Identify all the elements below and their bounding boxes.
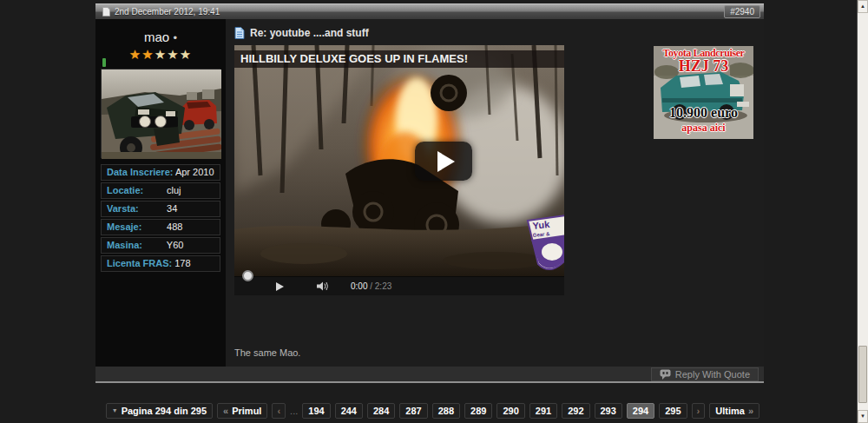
video-control-bar: 0:00 / 2:23 bbox=[234, 276, 564, 295]
info-value: 488 bbox=[167, 221, 182, 232]
video-title-overlay[interactable]: HILLBILLY DELUXE GOES UP IN FLAMES! bbox=[234, 50, 564, 68]
page-button[interactable]: 284 bbox=[367, 403, 395, 419]
page-button[interactable]: 292 bbox=[562, 403, 589, 419]
chevron-down-icon: ▼ bbox=[112, 405, 118, 417]
post-title: Re: youtube ....and stuff bbox=[250, 27, 369, 39]
post-number-link[interactable]: #2940 bbox=[724, 5, 760, 18]
play-icon[interactable] bbox=[276, 282, 284, 291]
ad-price: 10.900 euro bbox=[654, 105, 753, 121]
play-triangle-icon bbox=[437, 151, 455, 172]
info-value: 34 bbox=[167, 203, 177, 214]
info-value: Apr 2010 bbox=[175, 167, 214, 177]
star-icon: ★ bbox=[141, 47, 154, 62]
reputation-stars: ★★★★★ bbox=[95, 47, 226, 62]
info-row: Varsta: 34 bbox=[101, 201, 220, 217]
user-info-table: Data Inscriere: Apr 2010 Locatie: cluj V… bbox=[101, 164, 220, 272]
post-body-text: The same Mao. bbox=[234, 347, 300, 358]
info-label: Masina: bbox=[107, 240, 164, 251]
avatar-photo bbox=[102, 69, 221, 159]
prev-page-button[interactable]: ‹ bbox=[272, 403, 286, 419]
author-panel: mao • ★★★★★ bbox=[95, 19, 226, 367]
ad-title-line2: HZJ 73 bbox=[654, 57, 753, 76]
page-info-label: Pagina 294 din 295 bbox=[122, 405, 207, 417]
up-arrow-icon: ▲ bbox=[860, 3, 865, 9]
page-button[interactable]: 287 bbox=[399, 403, 427, 419]
forum-post: 2nd December 2012, 19:41 #2940 mao • ★★★… bbox=[95, 3, 764, 383]
page-button[interactable]: 244 bbox=[335, 403, 363, 419]
page-button[interactable]: 194 bbox=[302, 403, 330, 419]
star-icon: ★ bbox=[155, 47, 167, 62]
youtube-video-player[interactable]: Yuk Gear & HILLBILLY DELUXE GOES UP IN F… bbox=[234, 45, 564, 295]
star-icon: ★ bbox=[167, 47, 179, 62]
online-status-icon bbox=[102, 58, 106, 67]
page-button[interactable]: 288 bbox=[432, 403, 460, 419]
scrollbar-thumb[interactable] bbox=[858, 346, 867, 403]
pagination-bar: ▼ Pagina 294 din 295 « Primul ‹ ... 194 … bbox=[106, 403, 760, 419]
post-date: 2nd December 2012, 19:41 bbox=[115, 7, 220, 17]
info-label: Varsta: bbox=[107, 203, 164, 215]
info-row: Locatie: cluj bbox=[101, 182, 220, 199]
first-page-label: Primul bbox=[232, 405, 261, 417]
star-icon: ★ bbox=[129, 47, 141, 62]
info-label: Mesaje: bbox=[107, 221, 164, 233]
reply-with-quote-label: Reply With Quote bbox=[675, 369, 750, 380]
author-name-row: mao • bbox=[95, 30, 226, 44]
down-arrow-icon: ▼ bbox=[860, 413, 865, 419]
info-row: Data Inscriere: Apr 2010 bbox=[101, 164, 220, 181]
info-value: Y60 bbox=[167, 240, 184, 250]
svg-text:Yuk: Yuk bbox=[532, 219, 551, 231]
post-icon bbox=[234, 27, 245, 39]
author-avatar[interactable] bbox=[101, 69, 220, 158]
last-page-button[interactable]: Ultima » bbox=[709, 403, 760, 419]
info-label: Data Inscriere: bbox=[107, 167, 173, 178]
next-page-button[interactable]: › bbox=[692, 403, 706, 419]
reply-with-quote-button[interactable]: Reply With Quote bbox=[651, 367, 759, 381]
post-title-row: Re: youtube ....and stuff bbox=[234, 27, 369, 39]
page-button[interactable]: 295 bbox=[659, 403, 687, 419]
page-button[interactable]: 289 bbox=[464, 403, 492, 419]
duration: 2:23 bbox=[375, 281, 391, 291]
star-icon: ★ bbox=[180, 47, 192, 62]
post-header-bar: 2nd December 2012, 19:41 #2940 bbox=[95, 3, 764, 19]
first-page-button[interactable]: « Primul bbox=[217, 403, 267, 419]
info-value: 178 bbox=[174, 258, 190, 268]
post-footer-bar: Reply With Quote bbox=[95, 367, 764, 383]
ad-banner[interactable]: Toyota Landcruiser HZJ 73 10.900 euro ap… bbox=[654, 46, 753, 139]
author-status-dot: • bbox=[173, 31, 177, 44]
volume-icon[interactable] bbox=[317, 281, 330, 291]
quote-bubble-icon bbox=[660, 369, 671, 380]
ad-cta: apasa aici bbox=[654, 122, 753, 135]
info-row: Masina: Y60 bbox=[101, 237, 220, 254]
big-play-button[interactable] bbox=[415, 142, 472, 181]
scrollbar-track[interactable]: ▲ ▼ bbox=[857, 0, 868, 423]
double-left-arrow-icon: « bbox=[223, 405, 228, 417]
page-button[interactable]: 291 bbox=[529, 403, 557, 419]
info-label: Locatie: bbox=[107, 185, 164, 196]
author-name-link[interactable]: mao bbox=[144, 30, 169, 44]
current-page-button[interactable]: 294 bbox=[627, 403, 654, 419]
video-screen[interactable]: Yuk Gear & HILLBILLY DELUXE GOES UP IN F… bbox=[234, 45, 564, 276]
page-button[interactable]: 290 bbox=[496, 403, 524, 419]
current-time: 0:00 bbox=[351, 281, 367, 291]
time-separator: / bbox=[370, 281, 372, 291]
page-info-dropdown[interactable]: ▼ Pagina 294 din 295 bbox=[106, 403, 213, 419]
seek-handle[interactable] bbox=[242, 270, 253, 281]
post-date-icon bbox=[102, 7, 110, 17]
info-row: Licenta FRAS: 178 bbox=[101, 255, 220, 272]
double-right-arrow-icon: » bbox=[748, 405, 753, 417]
info-row: Mesaje: 488 bbox=[101, 219, 220, 235]
time-display: 0:00 / 2:23 bbox=[351, 281, 391, 291]
video-thumbnail: Yuk Gear & bbox=[234, 45, 564, 276]
last-page-label: Ultima bbox=[715, 405, 745, 417]
info-label: Licenta FRAS: bbox=[107, 258, 172, 269]
page-button[interactable]: 293 bbox=[595, 403, 622, 419]
post-content: Re: youtube ....and stuff bbox=[226, 19, 764, 367]
pagination-ellipsis: ... bbox=[290, 406, 298, 416]
scroll-down-button[interactable]: ▼ bbox=[858, 410, 868, 423]
scroll-up-button[interactable]: ▲ bbox=[858, 0, 868, 13]
info-value: cluj bbox=[167, 185, 181, 195]
